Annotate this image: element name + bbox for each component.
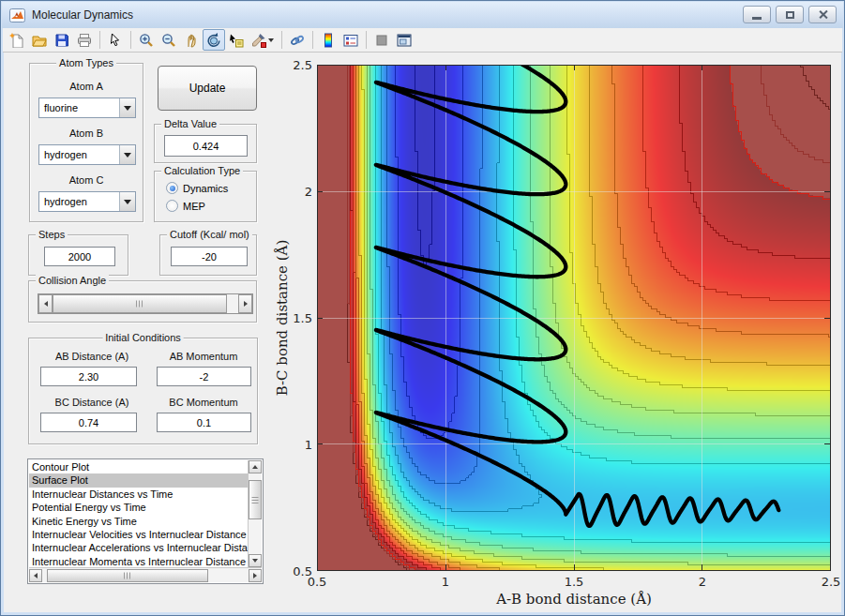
plot-type-item[interactable]: Internuclear Momenta vs Internuclear Dis… <box>29 555 248 567</box>
mep-radio-icon[interactable] <box>166 200 178 212</box>
new-file-button[interactable] <box>6 29 28 51</box>
print-figure-button[interactable] <box>73 29 96 51</box>
y-axis-label: B-C bond distance (Å) <box>274 240 291 397</box>
slider-thumb[interactable] <box>53 294 227 313</box>
dropdown-caret-icon[interactable] <box>268 38 274 42</box>
atom-c-dropdown-arrow-icon[interactable] <box>119 192 135 211</box>
save-figure-button[interactable] <box>51 29 73 51</box>
save-figure-icon <box>54 33 69 48</box>
insert-colorbar-button[interactable] <box>317 29 340 51</box>
atom-c-value: hydrogen <box>39 192 119 211</box>
insert-legend-button[interactable] <box>340 29 362 51</box>
maximize-button[interactable] <box>776 6 804 23</box>
plot-type-item[interactable]: Potential Energy vs Time <box>29 501 248 514</box>
pes-contour-plot[interactable] <box>317 65 831 571</box>
figure-toolbar <box>3 28 842 53</box>
atom-c-dropdown[interactable]: hydrogen <box>38 191 136 212</box>
plot-type-listbox[interactable]: Contour PlotSurface PlotInternuclear Dis… <box>27 458 264 584</box>
vscroll-thumb[interactable] <box>249 480 262 519</box>
left-arrow-icon <box>44 301 48 307</box>
rotate-3d-icon <box>206 33 221 48</box>
ab-momentum-label: AB Momentum <box>170 351 238 362</box>
print-figure-icon <box>77 33 92 48</box>
atom-c-label: Atom C <box>69 174 104 186</box>
slider-right-arrow[interactable] <box>238 294 252 313</box>
toolbar-separator <box>99 31 100 49</box>
up-arrow-icon <box>252 465 258 469</box>
atom-b-dropdown[interactable]: hydrogen <box>38 144 136 165</box>
rotate-3d-button[interactable] <box>203 29 225 51</box>
open-file-button[interactable] <box>28 29 51 51</box>
data-cursor-icon <box>229 33 244 48</box>
plot-type-item[interactable]: Internuclear Distances vs Time <box>29 488 248 501</box>
pan-hand-button[interactable] <box>180 29 203 51</box>
listbox-hscrollbar[interactable] <box>29 567 262 582</box>
title-bar[interactable]: Molecular Dynamics <box>2 2 843 28</box>
initial-conditions-panel: Initial Conditions AB Distance (A) AB Mo… <box>28 338 258 444</box>
update-button[interactable]: Update <box>158 66 257 111</box>
minimize-button[interactable] <box>743 6 771 23</box>
brush-button[interactable] <box>248 29 278 51</box>
atom-types-panel: Atom Types Atom A fluorine Atom B hydrog… <box>29 63 143 222</box>
zoom-out-button[interactable] <box>158 29 180 51</box>
close-button[interactable] <box>808 6 837 23</box>
atom-a-dropdown-arrow-icon[interactable] <box>119 98 135 117</box>
atom-a-label: Atom A <box>69 81 102 92</box>
link-plots-button[interactable] <box>286 29 309 51</box>
x-tick: 2.5 <box>822 575 841 589</box>
y-tick: 2 <box>305 185 312 199</box>
x-tick: 2 <box>699 575 706 589</box>
ab-momentum-field[interactable] <box>157 367 251 386</box>
steps-field[interactable] <box>44 247 115 266</box>
slider-left-arrow[interactable] <box>38 294 53 313</box>
atom-a-dropdown[interactable]: fluorine <box>38 98 136 118</box>
hscroll-left-arrow[interactable] <box>29 569 42 582</box>
plot-type-item[interactable]: Internuclear Velocities vs Internuclear … <box>29 528 248 541</box>
atom-b-label: Atom B <box>69 128 103 139</box>
zoom-in-icon <box>139 33 154 48</box>
right-arrow-icon <box>244 301 248 307</box>
plot-type-item[interactable]: Kinetic Energy vs Time <box>29 515 248 528</box>
atom-b-value: hydrogen <box>39 145 119 164</box>
cutoff-panel: Cutoff (Kcal/ mol) <box>159 234 257 276</box>
y-tick: 0.5 <box>293 564 312 578</box>
data-cursor-button[interactable] <box>225 29 248 51</box>
hide-plot-tools-icon <box>374 33 389 48</box>
vscroll-up-arrow[interactable] <box>249 460 262 473</box>
collision-angle-slider[interactable] <box>38 293 253 314</box>
dynamics-radio-icon[interactable] <box>166 182 178 194</box>
bc-distance-field[interactable] <box>40 413 137 432</box>
bc-momentum-field[interactable] <box>157 413 251 432</box>
close-icon <box>818 9 828 20</box>
listbox-vscrollbar[interactable] <box>248 460 262 567</box>
cursor-arrow-button[interactable] <box>104 29 127 51</box>
zoom-in-button[interactable] <box>135 29 158 51</box>
atom-b-dropdown-arrow-icon[interactable] <box>119 145 135 164</box>
hide-plot-tools-button[interactable] <box>370 29 393 51</box>
x-tick: 1.5 <box>565 575 584 589</box>
show-plot-tools-button[interactable] <box>393 29 415 51</box>
toolbar-separator <box>281 31 282 49</box>
hscroll-thumb[interactable] <box>47 569 208 582</box>
cutoff-field[interactable] <box>171 247 248 266</box>
matlab-icon <box>9 8 25 23</box>
delta-value-field[interactable] <box>164 135 248 157</box>
y-tick: 1 <box>305 438 312 452</box>
collision-angle-panel: Collision Angle <box>28 280 257 323</box>
cursor-arrow-icon <box>108 33 123 48</box>
vscroll-down-arrow[interactable] <box>249 554 262 567</box>
dynamics-radio[interactable]: Dynamics <box>166 182 228 194</box>
initial-conditions-title: Initial Conditions <box>102 332 184 343</box>
plot-type-item[interactable]: Internuclear Accelerations vs Internucle… <box>29 541 248 554</box>
plot-type-item[interactable]: Surface Plot <box>29 473 248 487</box>
ab-distance-field[interactable] <box>40 367 137 386</box>
plot-type-item[interactable]: Contour Plot <box>29 460 248 473</box>
delta-value-title: Delta Value <box>161 118 219 129</box>
show-plot-tools-icon <box>397 33 412 48</box>
toolbar-separator <box>366 31 367 49</box>
mep-radio[interactable]: MEP <box>166 200 205 212</box>
bc-momentum-label: BC Momentum <box>169 397 237 408</box>
hscroll-right-arrow[interactable] <box>249 569 262 582</box>
y-tick: 2.5 <box>293 58 312 72</box>
dynamics-radio-label: Dynamics <box>183 183 228 194</box>
